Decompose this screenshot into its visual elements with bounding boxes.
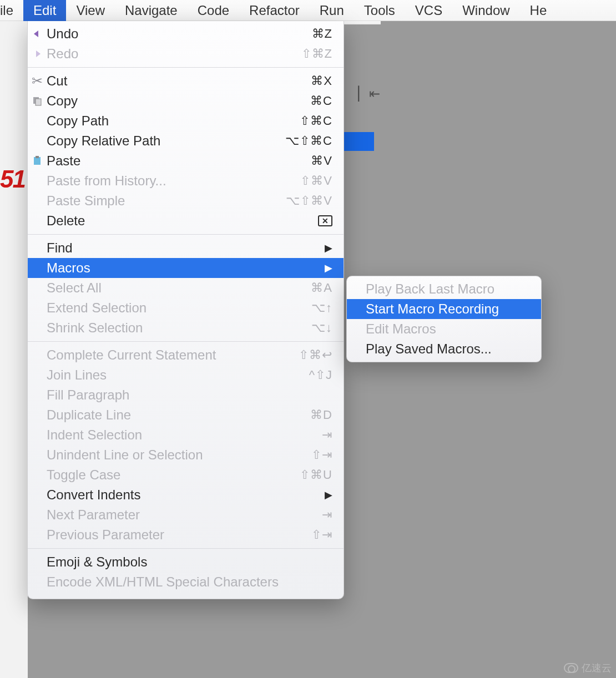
svg-rect-1 xyxy=(36,99,41,105)
menu-item-indent-selection: Indent Selection ⇥ xyxy=(28,425,344,445)
menu-item-shrink-selection: Shrink Selection ⌥↓ xyxy=(28,318,344,338)
undo-icon xyxy=(31,29,43,39)
menu-item-cut[interactable]: ✂ Cut ⌘X xyxy=(28,71,344,91)
menu-item-delete[interactable]: Delete ✕ xyxy=(28,211,344,231)
submenu-arrow-icon: ▶ xyxy=(325,489,332,501)
redo-icon xyxy=(31,49,43,59)
watermark: 亿速云 xyxy=(564,661,612,675)
watermark-text: 亿速云 xyxy=(582,661,612,675)
menubar-item-view[interactable]: View xyxy=(66,0,115,21)
gutter-red-number: 51 xyxy=(0,165,25,193)
menu-item-paste-simple: Paste Simple ⌥⇧⌘V xyxy=(28,191,344,211)
submenu-arrow-icon: ▶ xyxy=(325,262,332,274)
submenu-item-play-back-last-macro: Play Back Last Macro xyxy=(347,279,541,299)
menu-item-paste[interactable]: Paste ⌘V xyxy=(28,151,344,171)
menu-item-copy[interactable]: Copy ⌘C xyxy=(28,91,344,111)
submenu-item-edit-macros: Edit Macros xyxy=(347,319,541,339)
menu-item-find[interactable]: Find ▶ xyxy=(28,238,344,258)
svg-rect-3 xyxy=(36,156,39,158)
menu-item-complete-statement: Complete Current Statement ⇧⌘↩ xyxy=(28,345,344,365)
menu-item-next-parameter: Next Parameter ⇥ xyxy=(28,505,344,525)
left-gutter: 51 xyxy=(0,21,28,678)
editor-toolbar-icons: ⎮ ⇤ xyxy=(355,86,380,102)
menu-item-unindent: Unindent Line or Selection ⇧⇥ xyxy=(28,445,344,465)
menubar-item-file[interactable]: ile xyxy=(0,0,23,21)
menu-item-undo[interactable]: Undo ⌘Z xyxy=(28,24,344,44)
menu-item-fill-paragraph: Fill Paragraph xyxy=(28,385,344,405)
edit-menu-dropdown: Undo ⌘Z Redo ⇧⌘Z ✂ Cut ⌘X Copy ⌘C Copy P… xyxy=(27,21,344,599)
menu-item-copy-relative-path[interactable]: Copy Relative Path ⌥⇧⌘C xyxy=(28,131,344,151)
menu-item-convert-indents[interactable]: Convert Indents ▶ xyxy=(28,485,344,505)
cut-icon: ✂ xyxy=(31,73,43,89)
menu-item-previous-parameter: Previous Parameter ⇧⇥ xyxy=(28,525,344,545)
menu-item-duplicate-line: Duplicate Line ⌘D xyxy=(28,405,344,425)
menubar-item-edit[interactable]: Edit xyxy=(23,0,66,21)
menu-item-macros[interactable]: Macros ▶ xyxy=(28,258,344,278)
menu-item-encode-xml: Encode XML/HTML Special Characters xyxy=(28,572,344,592)
menu-item-join-lines: Join Lines ^⇧J xyxy=(28,365,344,385)
menubar-item-help[interactable]: He xyxy=(520,0,547,21)
menubar-item-vcs[interactable]: VCS xyxy=(405,0,452,21)
menu-item-extend-selection: Extend Selection ⌥↑ xyxy=(28,298,344,318)
menu-item-toggle-case: Toggle Case ⇧⌘U xyxy=(28,465,344,485)
divider-icon: ⎮ xyxy=(355,86,362,102)
macros-submenu: Play Back Last Macro Start Macro Recordi… xyxy=(346,276,542,362)
menubar-item-window[interactable]: Window xyxy=(452,0,519,21)
submenu-item-play-saved-macros[interactable]: Play Saved Macros... xyxy=(347,339,541,359)
collapse-icon[interactable]: ⇤ xyxy=(369,86,380,102)
submenu-item-start-macro-recording[interactable]: Start Macro Recording xyxy=(347,299,541,319)
menu-separator xyxy=(28,548,344,549)
cloud-icon xyxy=(564,663,578,673)
submenu-arrow-icon: ▶ xyxy=(325,242,332,254)
menu-item-emoji-symbols[interactable]: Emoji & Symbols xyxy=(28,552,344,572)
menu-separator xyxy=(28,341,344,342)
menu-item-redo: Redo ⇧⌘Z xyxy=(28,44,344,64)
menu-item-copy-path[interactable]: Copy Path ⇧⌘C xyxy=(28,111,344,131)
paste-icon xyxy=(31,156,43,166)
menubar-item-code[interactable]: Code xyxy=(188,0,239,21)
menubar-item-refactor[interactable]: Refactor xyxy=(239,0,310,21)
menu-item-paste-from-history: Paste from History... ⇧⌘V xyxy=(28,171,344,191)
delete-key-icon: ✕ xyxy=(318,215,332,226)
menubar-item-tools[interactable]: Tools xyxy=(354,0,405,21)
copy-icon xyxy=(31,96,43,106)
svg-rect-2 xyxy=(34,157,41,165)
menu-separator xyxy=(28,234,344,235)
menubar: ile Edit View Navigate Code Refactor Run… xyxy=(0,0,616,21)
menubar-item-navigate[interactable]: Navigate xyxy=(115,0,188,21)
menu-separator xyxy=(28,67,344,68)
menubar-item-run[interactable]: Run xyxy=(310,0,354,21)
menu-item-select-all: Select All ⌘A xyxy=(28,278,344,298)
